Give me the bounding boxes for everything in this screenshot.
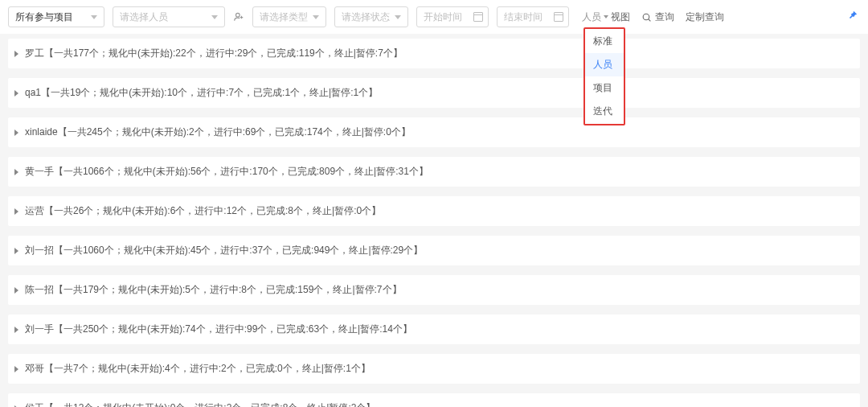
start-date-input[interactable]: 开始时间: [416, 6, 489, 27]
row-text: 侯工【一共12个；规化中(未开始):0个，进行中:2个，已完成:8个，终止|暂停…: [25, 401, 376, 407]
query-label: 查询: [655, 10, 674, 24]
dropdown-item-standard[interactable]: 标准: [585, 30, 624, 53]
svg-point-0: [236, 13, 240, 17]
expand-icon[interactable]: [14, 51, 18, 57]
project-select[interactable]: 所有参与项目: [8, 6, 104, 27]
list-item[interactable]: qa1【一共19个；规化中(未开始):10个，进行中:7个，已完成:1个，终止|…: [8, 78, 860, 108]
query-button[interactable]: 查询: [641, 10, 674, 24]
expand-icon[interactable]: [14, 366, 18, 372]
row-text: xinlaide【一共245个；规化中(未开始):2个，进行中:69个，已完成:…: [25, 125, 411, 139]
svg-point-1: [643, 14, 649, 20]
status-select[interactable]: 请选择状态: [334, 6, 408, 27]
toolbar-right: 人员 视图 查询 定制查询: [582, 10, 724, 24]
chevron-down-icon: [211, 15, 218, 19]
chevron-down-icon: [395, 15, 401, 19]
calendar-icon: [473, 12, 483, 22]
type-select[interactable]: 请选择类型: [252, 6, 326, 27]
list-item[interactable]: 刘一招【一共1060个；规化中(未开始):45个，进行中:37个，已完成:949…: [8, 236, 860, 265]
project-select-value: 所有参与项目: [15, 10, 73, 24]
person-select-placeholder: 请选择人员: [120, 10, 168, 24]
pin-icon[interactable]: [847, 10, 857, 19]
expand-icon[interactable]: [14, 248, 18, 254]
dropdown-item-person[interactable]: 人员: [585, 53, 624, 76]
row-text: 罗工【一共177个；规化中(未开始):22个，进行中:29个，已完成:119个，…: [25, 47, 403, 60]
status-select-placeholder: 请选择状态: [342, 10, 390, 24]
view-dropdown-menu: 标准 人员 项目 迭代: [583, 27, 625, 125]
dropdown-item-iteration[interactable]: 迭代: [585, 100, 624, 123]
row-text: 运营【一共26个；规化中(未开始):6个，进行中:12个，已完成:8个，终止|暂…: [25, 204, 381, 218]
row-text: 陈一招【一共179个；规化中(未开始):5个，进行中:8个，已完成:159个，终…: [25, 283, 402, 297]
list-item[interactable]: 黄一手【一共1066个；规化中(未开始):56个，进行中:170个，已完成:80…: [8, 157, 860, 187]
type-select-placeholder: 请选择类型: [260, 10, 308, 24]
search-icon: [641, 12, 652, 23]
chevron-down-icon: [604, 15, 608, 18]
expand-icon[interactable]: [14, 327, 18, 333]
dropdown-item-project[interactable]: 项目: [585, 76, 624, 100]
expand-icon[interactable]: [14, 130, 18, 136]
user-add-icon[interactable]: [233, 11, 244, 23]
end-date-input[interactable]: 结束时间: [497, 6, 569, 27]
row-text: qa1【一共19个；规化中(未开始):10个，进行中:7个，已完成:1个，终止|…: [25, 86, 378, 100]
expand-icon[interactable]: [14, 208, 18, 215]
list-item[interactable]: 侯工【一共12个；规化中(未开始):0个，进行中:2个，已完成:8个，终止|暂停…: [8, 393, 860, 407]
expand-icon[interactable]: [14, 90, 18, 97]
list-item[interactable]: 罗工【一共177个；规化中(未开始):22个，进行中:29个，已完成:119个，…: [8, 39, 860, 68]
view-dropdown-trigger[interactable]: 人员 视图: [582, 10, 630, 24]
row-text: 刘一招【一共1060个；规化中(未开始):45个，进行中:37个，已完成:949…: [25, 244, 423, 257]
start-date-placeholder: 开始时间: [424, 10, 462, 24]
person-select[interactable]: 请选择人员: [113, 6, 225, 27]
expand-icon[interactable]: [14, 287, 18, 294]
list-item[interactable]: 陈一招【一共179个；规化中(未开始):5个，进行中:8个，已完成:159个，终…: [8, 275, 860, 305]
list-item[interactable]: 运营【一共26个；规化中(未开始):6个，进行中:12个，已完成:8个，终止|暂…: [8, 196, 860, 226]
list-item[interactable]: 刘一手【一共250个；规化中(未开始):74个，进行中:99个，已完成:63个，…: [8, 314, 860, 344]
filter-toolbar: 所有参与项目 请选择人员 请选择类型 请选择状态 开始时间 结束时间 人员 视图: [0, 0, 868, 34]
chevron-down-icon: [313, 15, 319, 19]
list-item[interactable]: 邓哥【一共7个；规化中(未开始):4个，进行中:2个，已完成:0个，终止|暂停:…: [8, 354, 860, 384]
view-prefix: 人员: [582, 10, 601, 24]
custom-query-button[interactable]: 定制查询: [686, 10, 724, 24]
calendar-icon: [554, 12, 563, 22]
row-text: 黄一手【一共1066个；规化中(未开始):56个，进行中:170个，已完成:80…: [25, 165, 428, 179]
row-text: 邓哥【一共7个；规化中(未开始):4个，进行中:2个，已完成:0个，终止|暂停:…: [25, 362, 371, 376]
chevron-down-icon: [91, 15, 97, 19]
expand-icon[interactable]: [14, 169, 18, 175]
row-text: 刘一手【一共250个；规化中(未开始):74个，进行中:99个，已完成:63个，…: [25, 323, 412, 336]
result-list: 罗工【一共177个；规化中(未开始):22个，进行中:29个，已完成:119个，…: [0, 39, 868, 407]
list-item[interactable]: xinlaide【一共245个；规化中(未开始):2个，进行中:69个，已完成:…: [8, 117, 860, 147]
view-suffix: 视图: [611, 10, 630, 24]
end-date-placeholder: 结束时间: [504, 10, 542, 24]
